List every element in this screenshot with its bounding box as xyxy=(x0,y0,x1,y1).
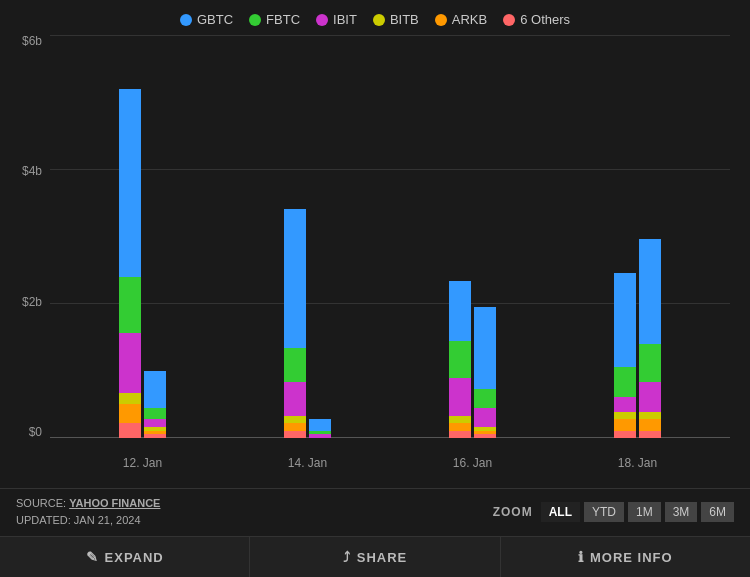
bar-0-0 xyxy=(119,89,141,438)
legend-item-FBTC: FBTC xyxy=(249,12,300,27)
zoom-btn-1m[interactable]: 1M xyxy=(628,502,661,522)
segment-0-1-5 xyxy=(144,371,166,408)
legend-label-BITB: BITB xyxy=(390,12,419,27)
zoom-label: ZOOM xyxy=(493,505,533,519)
segment-0-0-5 xyxy=(119,89,141,276)
segment-3-1-5 xyxy=(639,239,661,344)
legend-dot-GBTC xyxy=(180,14,192,26)
segment-2-0-2 xyxy=(449,416,471,424)
legend-label-GBTC: GBTC xyxy=(197,12,233,27)
bar-groups: 12. Jan14. Jan16. Jan18. Jan xyxy=(50,35,730,438)
zoom-btn-3m[interactable]: 3M xyxy=(665,502,698,522)
legend-dot-BITB xyxy=(373,14,385,26)
y-label-2: $2b xyxy=(0,296,48,308)
segment-3-0-1 xyxy=(614,419,636,430)
segment-1-0-2 xyxy=(284,416,306,424)
toolbar: ✎ EXPAND ⤴ SHARE ℹ MORE INFO xyxy=(0,536,750,577)
segment-3-0-3 xyxy=(614,397,636,412)
segment-0-1-0 xyxy=(144,434,166,438)
segment-0-0-4 xyxy=(119,277,141,333)
segment-0-1-4 xyxy=(144,408,166,419)
toolbar-btn-more-info[interactable]: ℹ MORE INFO xyxy=(501,537,750,577)
bar-group-2: 16. Jan xyxy=(390,35,555,438)
x-label-3: 18. Jan xyxy=(555,456,720,470)
segment-1-0-4 xyxy=(284,348,306,382)
segment-3-0-2 xyxy=(614,412,636,420)
y-label-1: $4b xyxy=(0,165,48,177)
bar-3-0 xyxy=(614,273,636,438)
zoom-controls: ZOOMALLYTD1M3M6M xyxy=(493,502,734,522)
segment-2-0-0 xyxy=(449,431,471,439)
legend-label-FBTC: FBTC xyxy=(266,12,300,27)
segment-0-0-2 xyxy=(119,393,141,404)
bar-0-1 xyxy=(144,371,166,438)
bar-1-0 xyxy=(284,209,306,438)
segment-1-1-2 xyxy=(309,419,331,430)
bottom-area: SOURCE: YAHOO FINANCE UPDATED: JAN 21, 2… xyxy=(0,488,750,536)
segment-2-1-4 xyxy=(474,389,496,408)
segment-2-0-3 xyxy=(449,378,471,415)
bar-2-1 xyxy=(474,307,496,438)
toolbar-icon-1: ⤴ xyxy=(343,549,351,565)
bar-group-inner-1 xyxy=(225,35,390,438)
legend-item-IBIT: IBIT xyxy=(316,12,357,27)
bar-group-inner-0 xyxy=(60,35,225,438)
x-label-1: 14. Jan xyxy=(225,456,390,470)
segment-1-1-0 xyxy=(309,434,331,438)
legend-label-6Others: 6 Others xyxy=(520,12,570,27)
segment-1-0-5 xyxy=(284,209,306,348)
bar-group-0: 12. Jan xyxy=(60,35,225,438)
bar-group-inner-3 xyxy=(555,35,720,438)
segment-3-1-1 xyxy=(639,419,661,430)
source-link[interactable]: YAHOO FINANCE xyxy=(69,497,160,509)
segment-2-0-4 xyxy=(449,341,471,378)
segment-3-1-2 xyxy=(639,412,661,420)
segment-2-1-5 xyxy=(474,307,496,389)
legend-dot-IBIT xyxy=(316,14,328,26)
legend-item-GBTC: GBTC xyxy=(180,12,233,27)
source-text: SOURCE: YAHOO FINANCE UPDATED: JAN 21, 2… xyxy=(16,495,160,528)
bar-3-1 xyxy=(639,239,661,438)
segment-2-0-5 xyxy=(449,281,471,341)
chart-container: GBTC FBTC IBIT BITB ARKB 6 Others $6b$4b… xyxy=(0,0,750,577)
segment-3-0-4 xyxy=(614,367,636,397)
segment-3-0-5 xyxy=(614,273,636,367)
zoom-btn-6m[interactable]: 6M xyxy=(701,502,734,522)
toolbar-btn-expand[interactable]: ✎ EXPAND xyxy=(0,537,250,577)
segment-2-1-0 xyxy=(474,434,496,438)
source-label: SOURCE: xyxy=(16,497,69,509)
bar-1-1 xyxy=(309,419,331,438)
y-label-0: $6b xyxy=(0,35,48,47)
y-label-3: $0 xyxy=(0,426,48,438)
segment-0-0-3 xyxy=(119,333,141,393)
toolbar-icon-2: ℹ xyxy=(578,549,584,565)
segment-2-0-1 xyxy=(449,423,471,431)
toolbar-icon-0: ✎ xyxy=(86,549,99,565)
segment-1-0-0 xyxy=(284,431,306,439)
bar-2-0 xyxy=(449,281,471,438)
bar-group-inner-2 xyxy=(390,35,555,438)
zoom-btn-all[interactable]: ALL xyxy=(541,502,580,522)
segment-3-1-3 xyxy=(639,382,661,412)
segment-3-1-0 xyxy=(639,431,661,439)
y-axis: $6b$4b$2b$0 xyxy=(0,35,48,438)
x-label-0: 12. Jan xyxy=(60,456,225,470)
legend-item-6Others: 6 Others xyxy=(503,12,570,27)
x-label-2: 16. Jan xyxy=(390,456,555,470)
chart-area: $6b$4b$2b$0 12. Jan14. Jan16. Jan18. Jan xyxy=(0,35,750,488)
segment-0-0-1 xyxy=(119,404,141,423)
toolbar-btn-share[interactable]: ⤴ SHARE xyxy=(250,537,500,577)
legend-item-BITB: BITB xyxy=(373,12,419,27)
segment-0-1-3 xyxy=(144,419,166,427)
segment-1-0-1 xyxy=(284,423,306,431)
bar-group-3: 18. Jan xyxy=(555,35,720,438)
legend-item-ARKB: ARKB xyxy=(435,12,487,27)
segment-3-0-0 xyxy=(614,431,636,439)
segment-3-1-4 xyxy=(639,344,661,381)
legend-dot-ARKB xyxy=(435,14,447,26)
toolbar-label-1: SHARE xyxy=(357,550,408,565)
legend-label-IBIT: IBIT xyxy=(333,12,357,27)
zoom-btn-ytd[interactable]: YTD xyxy=(584,502,624,522)
legend-label-ARKB: ARKB xyxy=(452,12,487,27)
legend-dot-FBTC xyxy=(249,14,261,26)
